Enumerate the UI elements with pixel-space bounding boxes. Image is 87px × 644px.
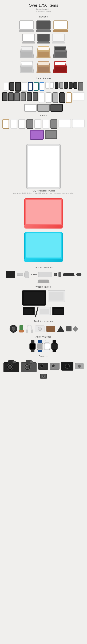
phone-item [9,82,14,92]
svg-rect-5 [36,30,51,32]
camera-top-3 [40,374,47,379]
phone-item [34,82,39,92]
section-label-tech: Tech Accessories [0,266,87,269]
phone-item [46,92,52,103]
film-roll [9,325,17,333]
phone-item [45,82,49,92]
phone-item [33,92,38,103]
ipad-keyboard-cover-teal [24,259,63,262]
device-row-2 [1,34,86,44]
phone-item [15,82,21,92]
svg-rect-2 [19,30,34,32]
small-item [72,326,78,332]
ipad-caption: Fully customizable iPad Pro [32,190,55,192]
svg-marker-20 [21,47,32,50]
device-row-4 [1,60,86,74]
cable-accessory [54,273,57,276]
section-label-wacom: Wacom Tablets [0,286,87,288]
ipad-keyboard-cover [24,225,63,228]
laptop-svg-4 [22,34,35,44]
oval-device [76,273,82,276]
laptop-svg-5 [37,34,50,44]
button-cluster [31,274,37,275]
svg-rect-33 [21,67,32,72]
phone-item [78,82,83,92]
tablet-item [59,119,71,129]
hub-accessory [59,272,61,277]
laptop-open-5 [36,60,51,74]
leather-case [46,326,55,332]
phone-item [59,92,65,103]
phone-item [28,82,33,92]
desk-section [0,324,87,334]
tablet-item [10,119,17,129]
dslr-camera-2 [21,360,37,372]
wacom-md-white [48,290,65,302]
camera-top-2 [75,363,84,369]
speaker-accessory [6,271,15,278]
ipad-keyboard-pink [2,198,85,228]
page-title: Over 1750 items [2,3,85,8]
headphones-white [26,324,33,333]
tablet-item [30,130,44,140]
wacom-lg-black [22,290,46,306]
svg-rect-11 [22,42,35,44]
svg-rect-10 [23,34,34,41]
wacom-pen [36,307,37,318]
phone-item [50,82,54,92]
tablet-item [45,130,57,140]
phone-item [52,92,58,103]
phone-item [22,82,27,92]
usb-accessory [17,273,23,276]
laptop-svg-2 [36,20,51,32]
phone-item [39,82,44,92]
tablets-section: Fully customizable iPad Pro More customi… [0,118,87,264]
svg-marker-32 [21,62,32,65]
dslr-camera-1 [3,360,19,372]
phone-item [4,82,8,92]
wacom-sm-2 [39,307,51,315]
phone-item [50,104,63,112]
header-subtitle-2: at Arteza download [2,11,85,12]
phone-item [69,82,73,92]
phone-item [14,92,20,103]
small-cube [66,326,72,332]
laptop-svg-3 [53,20,68,32]
tablet-item [42,119,49,129]
phone-item [55,82,59,92]
ipad-pro-screen [28,146,59,187]
laptop-open-2 [36,46,51,60]
svg-marker-36 [38,62,49,65]
phone-item [37,104,50,112]
section-label-watches: Apple Watches [0,336,87,338]
svg-marker-24 [38,47,49,50]
tablet-item [26,119,33,129]
compact-camera-1 [38,363,48,370]
phone-item [24,104,37,112]
watches-section [0,340,87,353]
phones-section [0,81,87,112]
keyboard-accessory [38,272,52,277]
phone-item [74,82,77,92]
phone-item [66,92,72,103]
device-row-3 [1,46,86,60]
phone-item [39,92,45,103]
svg-rect-17 [52,42,65,44]
laptop-open-4 [19,60,34,74]
device-row-1 [1,20,86,32]
svg-rect-7 [54,21,67,29]
section-label-devices: Devices [0,15,87,18]
svg-marker-28 [55,47,66,50]
phone-item [59,82,63,92]
watch-sport-black [51,340,58,352]
triangle-obj [57,326,65,332]
header-subtitle-1: Browse the product [2,8,85,10]
laptop-open-3 [53,46,68,60]
svg-rect-1 [20,21,33,29]
phone-item [2,92,7,103]
ipad-pro-section: Fully customizable iPad Pro More customi… [2,142,85,196]
wacom-sm-1 [23,307,35,315]
tech-section [0,270,87,284]
svg-rect-21 [21,52,32,57]
monitor-2 [37,280,50,283]
